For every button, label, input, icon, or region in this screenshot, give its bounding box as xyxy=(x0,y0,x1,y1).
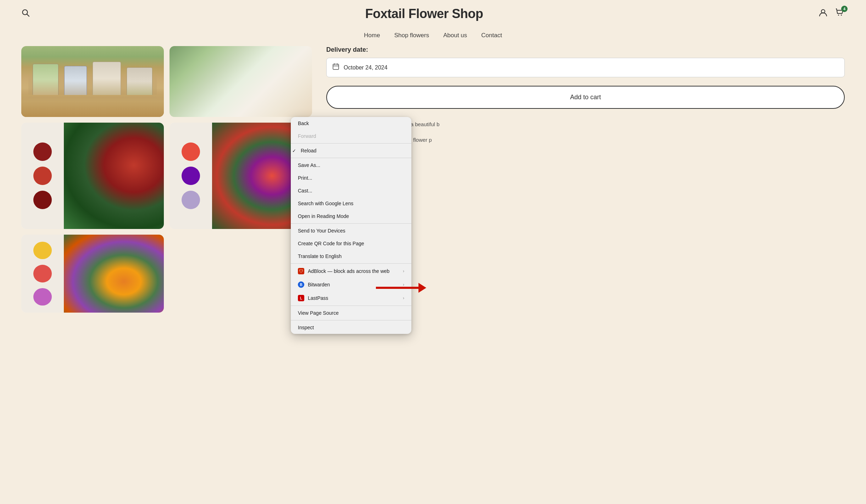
ctx-adblock-arrow: › xyxy=(403,269,404,274)
ctx-divider-4 xyxy=(291,263,411,264)
ctx-translate[interactable]: Translate to English xyxy=(291,250,411,263)
ctx-forward[interactable]: Forward xyxy=(291,130,411,142)
ctx-divider-1 xyxy=(291,143,411,144)
ctx-divider-6 xyxy=(291,320,411,320)
arrow-head xyxy=(418,283,426,293)
ctx-divider-2 xyxy=(291,158,411,158)
ctx-cast[interactable]: Cast... xyxy=(291,184,411,197)
ctx-lastpass-arrow: › xyxy=(403,296,404,301)
context-menu-overlay[interactable]: Back Forward ✓ Reload Save As... Print..… xyxy=(0,0,866,504)
ctx-reading-mode[interactable]: Open in Reading Mode xyxy=(291,210,411,223)
ctx-divider-3 xyxy=(291,223,411,224)
ctx-adblock-content: 🛡 AdBlock — block ads across the web xyxy=(298,268,389,274)
context-menu: Back Forward ✓ Reload Save As... Print..… xyxy=(291,117,411,334)
ctx-qr-code[interactable]: Create QR Code for this Page xyxy=(291,237,411,250)
red-arrow-indicator xyxy=(376,283,426,293)
ctx-view-source[interactable]: View Page Source xyxy=(291,307,411,319)
ctx-check-icon: ✓ xyxy=(292,148,296,153)
ctx-bitwarden-content: B Bitwarden xyxy=(298,281,330,288)
ctx-search-google-lens[interactable]: Search with Google Lens xyxy=(291,197,411,210)
ctx-lastpass[interactable]: L LastPass › xyxy=(291,291,411,305)
lastpass-icon: L xyxy=(298,295,304,301)
ctx-reload[interactable]: ✓ Reload xyxy=(291,144,411,157)
adblock-icon: 🛡 xyxy=(298,268,304,274)
arrow-line xyxy=(376,287,418,289)
ctx-back[interactable]: Back xyxy=(291,117,411,130)
ctx-save-as[interactable]: Save As... xyxy=(291,159,411,172)
ctx-inspect[interactable]: Inspect xyxy=(291,321,411,334)
ctx-print[interactable]: Print... xyxy=(291,172,411,184)
ctx-send-devices[interactable]: Send to Your Devices xyxy=(291,224,411,237)
bitwarden-icon: B xyxy=(298,281,304,288)
ctx-lastpass-content: L LastPass xyxy=(298,295,328,301)
ctx-adblock[interactable]: 🛡 AdBlock — block ads across the web › xyxy=(291,264,411,278)
ctx-divider-5 xyxy=(291,306,411,306)
